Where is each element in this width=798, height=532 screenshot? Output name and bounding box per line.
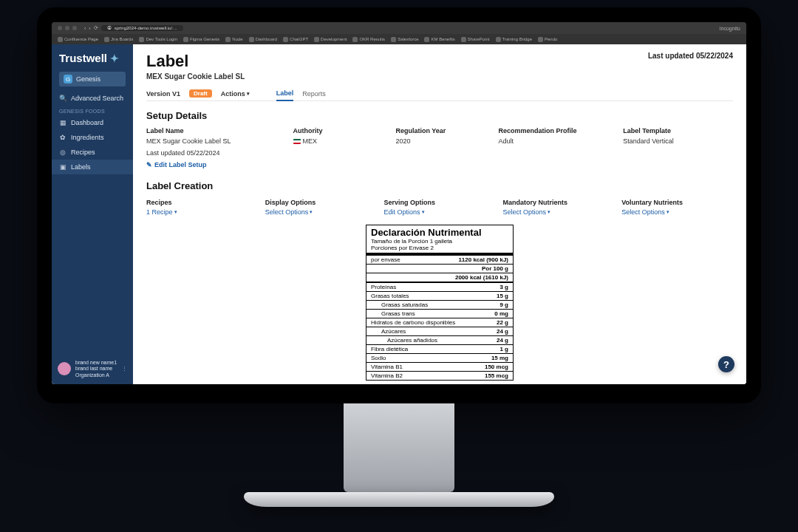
nutri-val: 24 g [497, 328, 508, 335]
bookmark-item[interactable]: OKR Results [352, 37, 385, 42]
nutri-row: Sodio15 mg [366, 353, 513, 362]
last-updated: Last updated 05/22/2024 [648, 52, 733, 60]
help-button[interactable]: ? [718, 356, 734, 372]
monitor-frame: ‹ › ⟳ ⦿ spring2024-demo.trustwell.io/...… [37, 7, 761, 507]
bookmark-item[interactable]: Dev Tools Login [139, 37, 177, 42]
sidebar-search[interactable]: 🔍 Advanced Search [52, 91, 133, 106]
bookmark-item[interactable]: Confluence Page [58, 37, 98, 42]
bookmark-item[interactable]: Jira Boards [104, 37, 133, 42]
setup-label-authority: Authority [293, 127, 381, 134]
bookmark-icon [139, 37, 144, 42]
chevron-down-icon: ▾ [247, 91, 250, 97]
nutri-name: Fibra dietética [371, 346, 408, 352]
close-icon[interactable] [58, 26, 62, 30]
sidebar-product[interactable]: G Genesis [59, 72, 126, 86]
nav-fwd-icon[interactable]: › [89, 26, 90, 31]
brand-icon: ✦ [110, 52, 119, 64]
nutri-row: Fibra dietética1 g [366, 344, 513, 353]
nutri-val: 22 g [497, 319, 508, 326]
nav-back-icon[interactable]: ‹ [84, 26, 86, 31]
maximize-icon[interactable] [72, 26, 77, 30]
nutri-name: Proteínas [371, 284, 396, 290]
bookmark-label: Node [232, 37, 242, 41]
nutri-val: 0 mg [494, 310, 508, 317]
version-chip[interactable]: Version V1 [146, 90, 180, 98]
bookmark-icon [183, 37, 188, 42]
nutri-val: 1 g [499, 346, 508, 352]
avatar [58, 362, 71, 375]
dashboard-icon: ▦ [59, 119, 66, 126]
chevron-down-icon: ▾ [174, 209, 177, 215]
bookmark-label: OKR Results [359, 37, 385, 41]
serving-options-link[interactable]: Edit Options▾ [384, 208, 425, 216]
bookmark-label: Salesforce [398, 37, 418, 41]
mandatory-nutrients-link[interactable]: Select Options▾ [502, 208, 550, 216]
bookmarks-bar: Confluence Page Jira Boards Dev Tools Lo… [52, 34, 746, 44]
sidebar-user[interactable]: brand new name1 brand last name Organiza… [52, 354, 133, 384]
setup-label-profile: Recommendation Profile [499, 127, 609, 134]
url-field[interactable]: ⦿ spring2024-demo.trustwell.io/.... [101, 25, 183, 31]
nutri-val: 3 g [499, 284, 508, 290]
bookmark-label: KM Benefits [431, 37, 454, 41]
nutrition-panel-wrap: Declaración Nutrimental Tamaño de la Por… [146, 225, 733, 384]
bookmark-icon [352, 37, 358, 42]
browser-address-bar: ‹ › ⟳ ⦿ spring2024-demo.trustwell.io/...… [52, 22, 746, 34]
user-info: brand new name1 brand last name Organiza… [75, 360, 117, 378]
sidebar-item-dashboard[interactable]: ▦ Dashboard [52, 115, 133, 130]
bookmark-label: Jira Boards [111, 37, 133, 41]
bookmark-icon [58, 37, 63, 42]
bookmark-label: Figma Genesis [190, 37, 219, 41]
bookmark-item[interactable]: Development [314, 37, 347, 42]
bookmark-item[interactable]: KM Benefits [424, 37, 454, 42]
nutri-row: Grasas trans0 mg [366, 309, 513, 318]
bookmark-icon [461, 37, 466, 42]
minimize-icon[interactable] [65, 26, 69, 30]
bookmark-item[interactable]: Pendo [538, 37, 557, 42]
bookmark-item[interactable]: Node [225, 37, 242, 42]
display-options-link[interactable]: Select Options▾ [265, 208, 313, 216]
nutri-name: Azúcares añadidos [371, 337, 437, 344]
creation-col-display: Display Options Select Options▾ [265, 199, 377, 216]
bookmark-label: Dev Tools Login [146, 37, 177, 41]
bookmark-item[interactable]: Figma Genesis [183, 37, 219, 42]
brand-logo[interactable]: Trustwell ✦ [52, 44, 133, 69]
setup-label-template: Label Template [623, 127, 733, 134]
section-setup-title: Setup Details [146, 110, 733, 121]
tab-reports[interactable]: Reports [302, 87, 326, 100]
reload-icon[interactable]: ⟳ [94, 25, 98, 31]
bookmark-item[interactable]: ChatGPT [283, 37, 308, 42]
bookmark-item[interactable]: Training Bridge [496, 37, 532, 42]
chevron-down-icon: ▾ [548, 209, 550, 215]
sidebar: Trustwell ✦ G Genesis 🔍 Advanced Search … [52, 44, 133, 384]
bookmark-item[interactable]: Salesforce [391, 37, 418, 42]
nutri-name: Azúcares [371, 328, 406, 335]
brand-text: Trustwell [59, 52, 107, 64]
nutri-row: 2000 kcal (1610 kJ) [366, 273, 513, 282]
tab-row: Version V1 Draft Actions ▾ Label Reports [146, 86, 733, 101]
sidebar-item-recipes[interactable]: ◎ Recipes [52, 145, 133, 160]
recipes-link[interactable]: 1 Recipe▾ [146, 208, 177, 216]
user-line3: Organization A [75, 372, 117, 378]
nutri-row: Grasas saturadas9 g [366, 300, 513, 309]
setup-label-name: Label Name [146, 127, 279, 134]
tab-label[interactable]: Label [276, 86, 294, 101]
more-icon[interactable]: ⋮ [122, 366, 127, 372]
url-text: spring2024-demo.trustwell.io/.... [115, 26, 177, 30]
screen-bezel: ‹ › ⟳ ⦿ spring2024-demo.trustwell.io/...… [37, 7, 761, 403]
bookmark-icon [283, 37, 288, 42]
sidebar-search-label: Advanced Search [71, 95, 123, 102]
edit-label-setup-link[interactable]: ✎ Edit Label Setup [146, 161, 207, 168]
bookmark-icon [249, 37, 254, 42]
setup-grid: Label Name Authority Regulation Year Rec… [146, 127, 733, 145]
bookmark-item[interactable]: Dashboard [249, 37, 277, 42]
sidebar-item-labels[interactable]: ▣ Labels [52, 160, 133, 174]
voluntary-nutrients-link[interactable]: Select Options▾ [621, 208, 669, 216]
bookmark-item[interactable]: SharePoint [461, 37, 490, 42]
sidebar-item-ingredients[interactable]: ✿ Ingredients [52, 130, 133, 145]
actions-menu[interactable]: Actions ▾ [221, 90, 250, 98]
nutri-row: Proteínas3 g [366, 282, 513, 291]
setup-val-year: 2020 [396, 137, 484, 145]
creation-col-recipes: Recipes 1 Recipe▾ [146, 199, 258, 216]
sidebar-item-label: Recipes [71, 149, 95, 156]
nutri-val: 155 mcg [485, 372, 508, 379]
